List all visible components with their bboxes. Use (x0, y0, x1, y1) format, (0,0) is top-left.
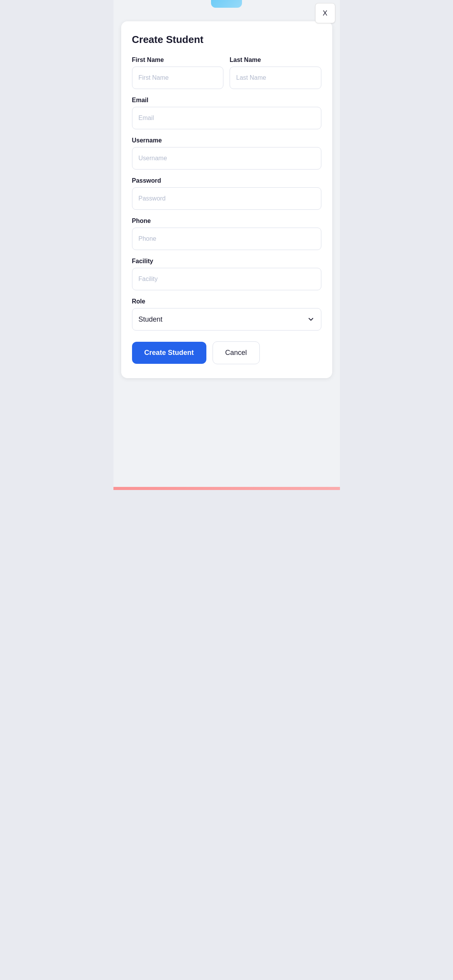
role-label: Role (132, 298, 321, 305)
last-name-input[interactable] (230, 67, 321, 89)
button-row: Create Student Cancel (132, 341, 321, 364)
username-group: Username (132, 137, 321, 170)
password-input[interactable] (132, 187, 321, 210)
bottom-bar (113, 487, 340, 490)
facility-group: Facility (132, 258, 321, 290)
facility-input[interactable] (132, 268, 321, 290)
facility-label: Facility (132, 258, 321, 265)
phone-label: Phone (132, 218, 321, 224)
phone-input[interactable] (132, 228, 321, 250)
role-group: Role Student Teacher Admin (132, 298, 321, 331)
top-bar: X (113, 0, 340, 19)
last-name-group: Last Name (230, 57, 321, 89)
create-student-button[interactable]: Create Student (132, 342, 206, 364)
role-select[interactable]: Student Teacher Admin (132, 308, 321, 331)
close-button[interactable]: X (315, 3, 335, 23)
first-name-input[interactable] (132, 67, 224, 89)
modal-content: Create Student First Name Last Name Emai… (121, 21, 332, 378)
cancel-button[interactable]: Cancel (213, 341, 260, 364)
username-input[interactable] (132, 147, 321, 170)
password-label: Password (132, 177, 321, 184)
email-label: Email (132, 97, 321, 104)
first-name-label: First Name (132, 57, 224, 63)
password-group: Password (132, 177, 321, 210)
last-name-label: Last Name (230, 57, 321, 63)
username-label: Username (132, 137, 321, 144)
name-row: First Name Last Name (132, 57, 321, 89)
phone-group: Phone (132, 218, 321, 250)
page-container: X Create Student First Name Last Name Em… (113, 0, 340, 490)
modal-title: Create Student (132, 34, 321, 46)
email-group: Email (132, 97, 321, 129)
first-name-group: First Name (132, 57, 224, 89)
email-input[interactable] (132, 107, 321, 129)
